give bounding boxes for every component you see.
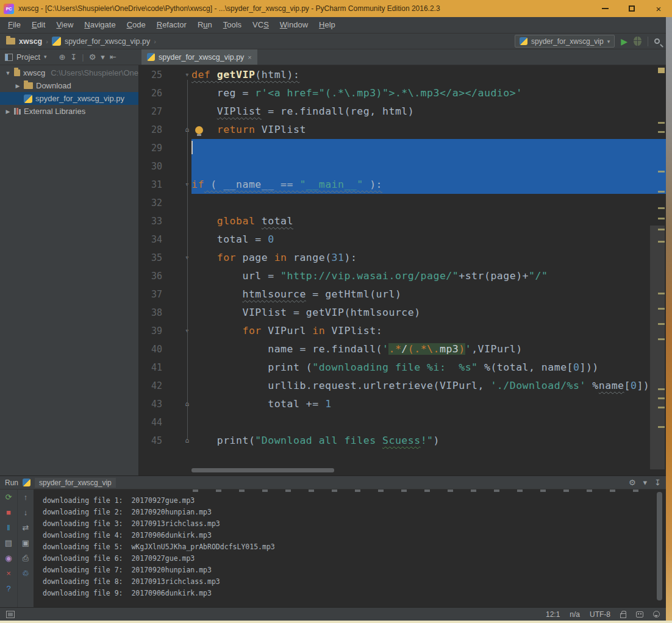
line-separator[interactable]: n/a (570, 610, 580, 619)
stop-icon[interactable]: ■ (6, 507, 11, 518)
stripe-mark[interactable] (658, 122, 665, 124)
run-configuration-select[interactable]: spyder_for_xwscg_vip ▾ (515, 35, 615, 48)
pause-icon[interactable]: ‖ (7, 522, 10, 533)
file-status-marker[interactable] (658, 68, 665, 73)
run-panel-body: ⟳■‖▤◉×? ↑↓⇄▣⎙♲ downloading file 1: 20170… (0, 490, 666, 607)
clear-all-icon[interactable]: ♲ (22, 568, 29, 579)
scroll-console-icon[interactable]: ▣ (22, 538, 29, 549)
chevron-down-icon[interactable]: ▾ (643, 477, 648, 488)
stripe-mark[interactable] (658, 397, 665, 399)
console-line: downloading file 4: 20170906dunkirk.mp3 (34, 530, 666, 541)
stripe-mark[interactable] (658, 207, 665, 209)
tree-item-xwscg[interactable]: ▼xwscgC:\Users\Shuspieler\One (0, 66, 138, 79)
stripe-mark[interactable] (658, 131, 665, 133)
tab-close-icon[interactable]: × (248, 54, 251, 61)
minimize-button[interactable] (592, 0, 618, 17)
tree-expand-arrow[interactable]: ▼ (5, 70, 11, 76)
pin-icon[interactable]: ◉ (5, 553, 12, 564)
console-output[interactable]: downloading file 1: 20170927gue.mp3downl… (34, 490, 666, 607)
menu-item-tools[interactable]: Tools (218, 17, 247, 33)
gear-icon[interactable]: ⚙ (89, 53, 96, 61)
stripe-mark[interactable] (658, 407, 665, 408)
collapse-all-icon[interactable]: ↧ (70, 53, 77, 61)
project-panel-label[interactable]: Project (16, 53, 40, 62)
gutter: 25▿ (139, 66, 191, 84)
editor-tab[interactable]: spyder_for_xwscg_vip.py × (141, 49, 257, 65)
tree-expand-arrow[interactable]: ▶ (5, 109, 11, 115)
tree-item-label: Download (36, 81, 71, 90)
run-widgets: spyder_for_xwscg_vip ▾ ▶ (515, 35, 660, 48)
gear-icon[interactable]: ⚙ (629, 477, 636, 488)
run-button[interactable]: ▶ (621, 37, 627, 46)
tree-item-external-libraries[interactable]: ▶External Libraries (0, 105, 138, 118)
code-editor[interactable]: 25▿def getVIP(html):26 reg = r'<a href="… (139, 65, 666, 475)
console-line: downloading file 9: 20170906dunkirk.mp3 (34, 588, 666, 599)
close-icon[interactable]: × (6, 568, 11, 579)
close-icon: × (656, 4, 662, 14)
menu-item-run[interactable]: Run (192, 17, 218, 33)
code-line: 40 name = re.findall('.*/(.*\.mp3)',VIPu… (139, 340, 666, 358)
print-icon[interactable]: ⎙ (23, 553, 29, 564)
code-line: 37 htmlsource = getHtml(url) (139, 285, 666, 304)
stripe-mark[interactable] (658, 229, 665, 230)
run-panel-tab[interactable]: spyder_for_xwscg_vip (35, 478, 116, 488)
readonly-lock-icon[interactable] (620, 613, 626, 618)
toolwindow-toggle-icon[interactable] (6, 611, 15, 618)
desktop-bottom-strip (0, 621, 672, 623)
menu-item-vcs[interactable]: VCS (247, 17, 274, 33)
rerun-icon[interactable]: ⟳ (5, 492, 12, 503)
menu-item-edit[interactable]: Edit (26, 17, 51, 33)
menu-item-navigate[interactable]: Navigate (79, 17, 121, 33)
restore-layout-icon[interactable]: ⇄ (23, 522, 29, 533)
down-stack-icon[interactable]: ↓ (24, 507, 28, 518)
chevron-down-icon[interactable]: ▾ (44, 54, 47, 60)
chevron-down-icon[interactable]: ▾ (101, 53, 105, 61)
stripe-mark[interactable] (658, 426, 665, 428)
scroll-to-end-icon[interactable]: ↧ (654, 477, 661, 488)
gutter: 30 (139, 157, 191, 176)
breadcrumb-project[interactable]: xwscg (19, 37, 42, 46)
stripe-mark[interactable] (658, 308, 665, 310)
menu-item-refactor[interactable]: Refactor (151, 17, 192, 33)
console-scrollbar[interactable] (657, 492, 662, 600)
menu-item-view[interactable]: View (51, 17, 79, 33)
menu-item-help[interactable]: Help (313, 17, 341, 33)
stripe-mark[interactable] (658, 338, 665, 340)
code-line: 29 (139, 139, 666, 157)
tree-expand-arrow[interactable]: ▶ (15, 83, 21, 89)
code-line: 30 (139, 157, 666, 176)
menu-item-window[interactable]: Window (274, 17, 313, 33)
stripe-mark[interactable] (658, 293, 665, 294)
desktop-wallpaper-strip (666, 17, 672, 621)
stripe-mark[interactable] (658, 388, 665, 390)
inspection-profile-icon[interactable] (636, 611, 643, 618)
breadcrumb-file[interactable]: spyder_for_xwscg_vip.py (65, 37, 150, 46)
menu-item-file[interactable]: File (2, 17, 26, 33)
navigation-bar: xwscg › spyder_for_xwscg_vip.py › spyder… (0, 34, 666, 49)
search-everywhere-icon[interactable] (654, 38, 660, 44)
show-console-icon[interactable]: ▤ (5, 538, 12, 549)
tree-item-spyder-for-xwscg-vip-py[interactable]: spyder_for_xwscg_vip.py (0, 92, 138, 105)
error-stripe[interactable] (657, 65, 666, 475)
help-icon[interactable]: ? (6, 583, 10, 594)
stripe-mark[interactable] (658, 191, 665, 193)
menu-item-code[interactable]: Code (121, 17, 151, 33)
stripe-mark[interactable] (658, 218, 665, 219)
intention-bulb-icon[interactable] (195, 126, 203, 134)
stripe-mark[interactable] (658, 241, 665, 243)
locate-icon[interactable]: ⊕ (59, 53, 65, 61)
stripe-mark[interactable] (658, 323, 665, 325)
close-button[interactable]: × (645, 0, 672, 17)
code-line-text (191, 194, 666, 212)
hide-panel-icon[interactable]: ⇤ (110, 53, 116, 61)
debug-button[interactable] (634, 37, 642, 46)
tree-item-download[interactable]: ▶Download (0, 79, 138, 92)
stripe-mark[interactable] (658, 171, 665, 173)
caret-position[interactable]: 12:1 (546, 610, 560, 619)
up-stack-icon[interactable]: ↑ (24, 492, 28, 503)
code-line: 35▿ for page in range(31): (139, 249, 666, 267)
editor-horizontal-scrollbar[interactable] (191, 468, 334, 472)
maximize-button[interactable] (618, 0, 645, 17)
file-encoding[interactable]: UTF-8 (590, 610, 610, 619)
event-log-icon[interactable] (653, 611, 660, 618)
